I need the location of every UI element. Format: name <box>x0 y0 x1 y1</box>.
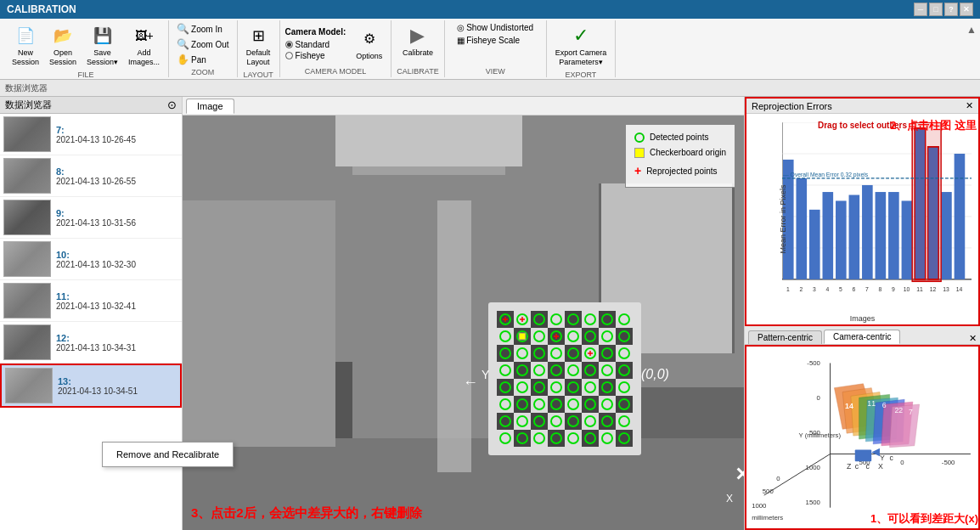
open-session-label: OpenSession <box>49 48 76 67</box>
fisheye-radio[interactable]: Fisheye <box>285 51 346 60</box>
export-label: Export CameraParameters▾ <box>555 48 607 67</box>
context-menu: Remove and Recalibrate <box>102 442 182 467</box>
pattern-centric-tab[interactable]: Pattern-centric <box>748 330 822 344</box>
open-session-button[interactable]: 📂 OpenSession <box>46 22 80 69</box>
new-session-icon: 📄 <box>14 24 37 48</box>
svg-text:14: 14 <box>956 285 963 293</box>
svg-rect-143 <box>836 200 847 279</box>
y-axis-label: Mean Error in Pixels <box>779 184 787 253</box>
reprojection-close-icon[interactable]: ✕ <box>966 100 973 111</box>
titlebar-controls: ─ □ ? ✕ <box>914 3 973 16</box>
file-num-10: 10: <box>56 250 178 260</box>
file-thumb-11 <box>3 283 51 319</box>
section-bar: 数据浏览器 <box>0 80 980 97</box>
file-num-9: 9: <box>56 208 178 218</box>
file-item-7[interactable]: 7: 2021-04-13 10-26-45 <box>0 114 182 155</box>
standard-label: Standard <box>296 40 330 49</box>
fisheye-scale-icon: ▦ <box>457 36 465 45</box>
calibrate-button[interactable]: ▶ Calibrate <box>399 22 436 59</box>
svg-text:13: 13 <box>943 285 949 293</box>
ribbon-export-group: ✓ Export CameraParameters▾ EXPORT <box>547 20 617 77</box>
file-list[interactable]: 7: 2021-04-13 10-26-45 8: 2021-04-13 10-… <box>0 114 182 530</box>
close-button[interactable]: ✕ <box>960 3 973 16</box>
svg-text:3: 3 <box>813 285 816 293</box>
reprojection-errors-panel: Reprojection Errors ✕ Drag to select out… <box>745 97 980 326</box>
image-tab[interactable]: Image <box>186 99 234 114</box>
file-date-12: 2021-04-13 10-34-31 <box>56 343 178 352</box>
svg-text:12: 12 <box>930 285 937 293</box>
save-session-label: SaveSession▾ <box>87 48 118 67</box>
file-date-13: 2021-04-13 10-34-51 <box>58 386 177 396</box>
browser-header-label: 数据浏览器 <box>5 99 52 111</box>
svg-rect-1 <box>335 116 522 166</box>
svg-text:X: X <box>726 493 733 505</box>
file-item-12[interactable]: 12: 2021-04-13 10-34-31 <box>0 322 182 364</box>
show-undistorted-button[interactable]: ◎ Show Undistorted <box>454 22 536 33</box>
svg-text:c: c <box>855 462 859 471</box>
ribbon-view-group: ◎ Show Undistorted ▦ Fisheye Scale VIEW <box>445 20 547 77</box>
camera-model-options: Standard Fisheye <box>285 40 346 60</box>
camera-tab-close[interactable]: ✕ <box>969 333 977 344</box>
file-item-11[interactable]: 11: 2021-04-13 10-32-41 <box>0 280 182 322</box>
svg-text:9: 9 <box>892 285 895 293</box>
camera-3d-view: -500 0 500 1000 1500 Y (millimeters) 100… <box>745 345 980 530</box>
save-session-button[interactable]: 💾 SaveSession▾ <box>83 22 121 69</box>
svg-rect-147 <box>862 185 873 279</box>
add-images-button[interactable]: 🖼+ AddImages... <box>125 22 163 69</box>
reprojected-icon: + <box>634 161 641 182</box>
svg-rect-141 <box>823 192 834 279</box>
export-params-button[interactable]: ✓ Export CameraParameters▾ <box>552 22 611 69</box>
fisheye-scale-button[interactable]: ▦ Fisheye Scale <box>454 35 536 46</box>
maximize-button[interactable]: □ <box>929 3 943 16</box>
help-button[interactable]: ? <box>944 3 958 16</box>
file-info-9: 9: 2021-04-13 10-31-56 <box>56 208 178 228</box>
file-info-13: 13: 2021-04-13 10-34-51 <box>58 376 177 396</box>
ribbon-collapse-button[interactable]: ▲ <box>966 24 977 36</box>
svg-text:14: 14 <box>845 402 853 410</box>
open-session-icon: 📂 <box>51 24 75 48</box>
svg-rect-108 <box>519 333 526 340</box>
svg-text:6: 6 <box>882 401 887 409</box>
camera-centric-tab[interactable]: Camera-centric <box>824 330 900 344</box>
new-session-button[interactable]: 📄 NewSession <box>8 22 42 69</box>
file-num-7: 7: <box>56 125 178 135</box>
save-session-icon: 💾 <box>91 24 115 48</box>
zoom-in-button[interactable]: 🔍 Zoom In <box>174 22 231 36</box>
file-date-7: 2021-04-13 10-26-45 <box>56 135 178 144</box>
fisheye-radio-dot <box>285 52 293 59</box>
file-item-13[interactable]: 13: 2021-04-13 10-34-51 <box>0 364 182 408</box>
add-images-label: AddImages... <box>128 48 160 67</box>
x-axis-label: Images <box>850 314 876 323</box>
standard-radio[interactable]: Standard <box>285 40 346 49</box>
default-layout-button[interactable]: ⊞ DefaultLayout <box>243 22 274 69</box>
zoom-out-button[interactable]: 🔍 Zoom Out <box>174 37 231 51</box>
file-item-8[interactable]: 8: 2021-04-13 10-26-55 <box>0 155 182 197</box>
ribbon: 📄 NewSession 📂 OpenSession 💾 SaveSession… <box>0 19 980 80</box>
remove-recalibrate-item[interactable]: Remove and Recalibrate <box>103 446 182 463</box>
zoom-in-icon: 🔍 <box>177 23 189 35</box>
calibrate-group-label: CALIBRATE <box>397 65 438 76</box>
browser-section-label: 数据浏览器 <box>5 82 48 94</box>
svg-rect-2 <box>352 166 505 175</box>
pan-button[interactable]: ✋ Pan <box>174 53 231 66</box>
file-item-10[interactable]: 10: 2021-04-13 10-32-30 <box>0 239 182 280</box>
chart-area[interactable]: Drag to select outliers Mean Error in Pi… <box>746 114 978 324</box>
file-thumb-9 <box>3 200 51 235</box>
origin-label: Checkerboard origin <box>650 145 726 161</box>
svg-text:11: 11 <box>867 399 876 408</box>
svg-text:10: 10 <box>904 285 910 293</box>
add-images-icon: 🖼+ <box>132 24 156 48</box>
minimize-button[interactable]: ─ <box>914 3 927 16</box>
layout-group-label: LAYOUT <box>243 69 274 79</box>
options-label: Options <box>356 52 382 61</box>
svg-text:0: 0 <box>900 459 904 466</box>
browser-header-icon: ⊙ <box>167 99 177 111</box>
file-num-12: 12: <box>56 333 178 343</box>
camera-views-panel: Pattern-centric Camera-centric ✕ <box>745 326 980 530</box>
svg-rect-9 <box>183 200 335 447</box>
file-info-7: 7: 2021-04-13 10-26-45 <box>56 125 178 144</box>
file-item-9[interactable]: 9: 2021-04-13 10-31-56 <box>0 197 182 239</box>
camera-options-button[interactable]: ⚙ Options <box>352 25 386 63</box>
svg-text:Y (millimeters): Y (millimeters) <box>799 431 842 439</box>
main-content: 数据浏览器 ⊙ 7: 2021-04-13 10-26-45 8: 2021-0… <box>0 97 980 530</box>
